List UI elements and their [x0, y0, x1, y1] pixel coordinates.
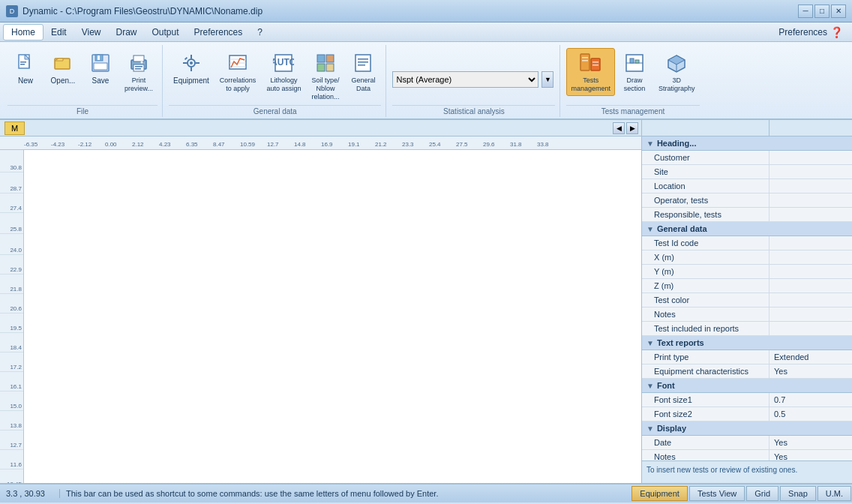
properties-table: ▼ Heading... Customer Site Location Oper…: [642, 136, 852, 460]
svg-rect-30: [317, 64, 325, 71]
prop-x: X (m): [642, 250, 852, 265]
svg-rect-21: [184, 57, 188, 60]
canvas-nav-left[interactable]: ◀: [613, 122, 625, 134]
3d-stratigraphy-button-label: 3DStratigraphy: [658, 76, 695, 93]
section-general-data[interactable]: ▼ General data: [642, 222, 852, 236]
print-button[interactable]: Printpreview...: [120, 48, 158, 96]
menu-view[interactable]: View: [74, 25, 109, 40]
um-status-btn[interactable]: U.M.: [818, 486, 851, 501]
prop-x-value[interactable]: [770, 250, 852, 264]
open-button[interactable]: Open...: [45, 48, 81, 88]
prop-responsible-value[interactable]: [770, 208, 852, 221]
prop-display-notes-value[interactable]: Yes: [770, 450, 852, 460]
3d-stratigraphy-button[interactable]: 3DStratigraphy: [654, 48, 700, 96]
soil-type-button[interactable]: Soil type/Nblowrelation...: [307, 48, 344, 104]
menu-help[interactable]: ?: [250, 25, 270, 40]
grid-status-btn[interactable]: Grid: [746, 486, 778, 501]
menu-home[interactable]: Home: [3, 24, 44, 40]
svg-rect-8: [94, 63, 107, 70]
svg-rect-32: [356, 55, 370, 71]
ribbon-group-general: Equipment Correlationsto apply AUTO Lith…: [164, 45, 386, 117]
save-button[interactable]: Save: [82, 48, 118, 88]
prop-print-type: Print type Extended: [642, 350, 852, 364]
prop-customer-value[interactable]: [770, 151, 852, 164]
general-data-group-label: General data: [169, 105, 381, 116]
tests-view-status-btn[interactable]: Tests View: [689, 486, 745, 501]
print-icon: [127, 51, 151, 75]
prop-z-value[interactable]: [770, 279, 852, 292]
horizontal-ruler: -6.35 -4.23 -2.12 0.00 2.12 4.23 6.35 8.…: [0, 136, 641, 150]
prop-font-size1: Font size1 0.7: [642, 393, 852, 407]
prop-site-value[interactable]: [770, 165, 852, 178]
prop-operator-value[interactable]: [770, 194, 852, 207]
section-display[interactable]: ▼ Display: [642, 422, 852, 436]
print-button-label: Printpreview...: [124, 76, 153, 93]
prop-date-value[interactable]: Yes: [770, 436, 852, 449]
statusbar: 3.3 , 30.93 This bar can be used as shor…: [0, 483, 852, 502]
open-icon: [51, 51, 75, 75]
prop-font-size1-name: Font size1: [642, 393, 770, 406]
menu-output[interactable]: Output: [145, 25, 187, 40]
collapse-display-icon: ▼: [646, 424, 654, 433]
stats-dropdown-arrow[interactable]: ▼: [542, 71, 554, 88]
general-data-button[interactable]: GeneralData: [345, 48, 381, 96]
equipment-button[interactable]: Equipment: [169, 48, 214, 88]
tests-management-button[interactable]: Testsmanagement: [566, 48, 615, 96]
svg-rect-36: [580, 54, 590, 70]
prop-date-name: Date: [642, 436, 770, 449]
snap-status-btn[interactable]: Snap: [780, 486, 816, 501]
prop-equip-chars-name: Equipment characteristics: [642, 364, 770, 378]
prop-test-in-reports-value[interactable]: [770, 322, 852, 335]
section-font[interactable]: ▼ Font: [642, 379, 852, 393]
correlations-button[interactable]: Correlationsto apply: [215, 48, 261, 96]
prop-location-value[interactable]: [770, 179, 852, 193]
svg-rect-7: [98, 56, 100, 60]
section-heading[interactable]: ▼ Heading...: [642, 136, 852, 151]
properties-footer: To insert new tests or review of existin…: [642, 460, 852, 483]
prop-display-notes: Notes Yes: [642, 450, 852, 460]
prop-print-type-value[interactable]: Extended: [770, 350, 852, 364]
lithology-button[interactable]: AUTO Lithologyauto assign: [262, 48, 305, 96]
new-icon: [14, 51, 38, 75]
canvas-tab[interactable]: M: [4, 122, 25, 135]
canvas-body: 30.8 28.7 27.4 25.8 24.0 22.9 21.8 20.6 …: [0, 150, 641, 483]
svg-rect-17: [190, 55, 192, 58]
prop-test-in-reports-name: Test included in reports: [642, 322, 770, 335]
new-button[interactable]: New: [8, 48, 44, 88]
svg-rect-2: [20, 62, 26, 63]
prop-test-color-value[interactable]: [770, 293, 852, 307]
collapse-general-icon: ▼: [646, 225, 654, 233]
prop-equip-chars-value[interactable]: Yes: [770, 364, 852, 378]
save-icon: [88, 51, 112, 75]
equipment-status-btn[interactable]: Equipment: [632, 486, 688, 501]
prop-site: Site: [642, 165, 852, 179]
section-text-reports[interactable]: ▼ Text reports: [642, 336, 852, 350]
stats-dropdown[interactable]: Nspt (Average) Nspt (Max) Nspt (Min): [392, 71, 538, 88]
properties-header: [642, 120, 852, 136]
minimize-button[interactable]: ─: [798, 4, 813, 18]
prop-notes-value[interactable]: [770, 308, 852, 321]
help-circle-icon[interactable]: ❓: [830, 26, 843, 38]
props-col1-header: [642, 120, 770, 136]
close-button[interactable]: ✕: [831, 4, 846, 18]
window-controls: ─ □ ✕: [798, 4, 846, 18]
props-col2-header: [770, 120, 852, 136]
menu-edit[interactable]: Edit: [44, 25, 74, 40]
prop-font-size1-value[interactable]: 0.7: [770, 393, 852, 406]
canvas-nav-right[interactable]: ▶: [626, 122, 638, 134]
soil-type-icon: [314, 51, 338, 75]
prop-font-size2-value[interactable]: 0.5: [770, 407, 852, 421]
prop-test-color: Test color: [642, 293, 852, 308]
menu-preferences[interactable]: Preferences: [187, 25, 250, 40]
prop-y-value[interactable]: [770, 265, 852, 278]
prop-y-name: Y (m): [642, 265, 770, 278]
prop-operator-name: Operator, tests: [642, 194, 770, 207]
prop-test-id-value[interactable]: [770, 236, 852, 250]
maximize-button[interactable]: □: [814, 4, 830, 18]
menu-draw[interactable]: Draw: [109, 25, 145, 40]
draw-area[interactable]: [24, 150, 641, 483]
draw-section-button[interactable]: Drawsection: [616, 48, 652, 96]
prop-customer-name: Customer: [642, 151, 770, 164]
ribbon: New Open... Save: [0, 42, 852, 120]
properties-panel: ▼ Heading... Customer Site Location Oper…: [642, 120, 852, 483]
